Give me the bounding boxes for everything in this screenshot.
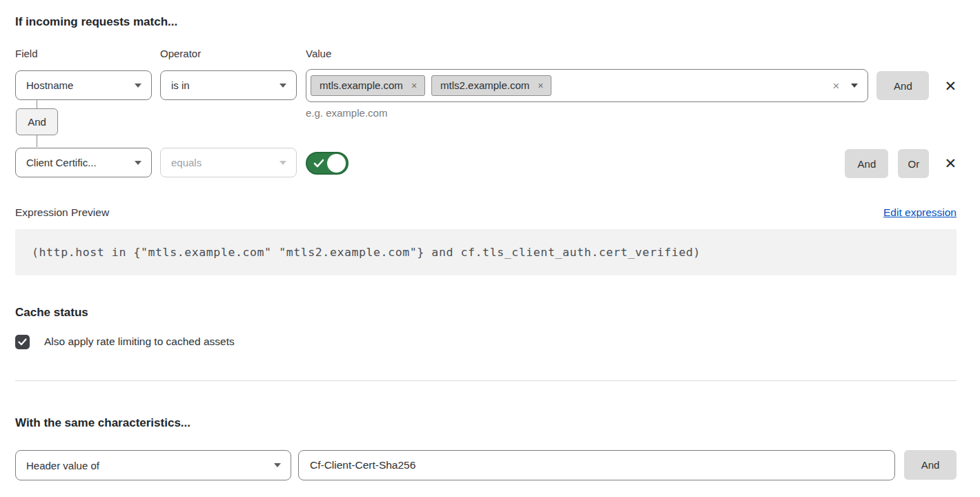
add-or-condition-button-row2[interactable]: Or <box>898 149 929 178</box>
value-multiselect-row1[interactable]: mtls.example.com × mtls2.example.com × × <box>306 69 868 102</box>
connector-and-button[interactable]: And <box>16 108 58 135</box>
operator-column-label: Operator <box>160 48 306 60</box>
cache-checkbox-row: Also apply rate limiting to cached asset… <box>15 334 957 349</box>
expression-preview-label: Expression Preview <box>15 206 109 219</box>
value-tag-text: mtls2.example.com <box>440 79 529 91</box>
cached-assets-checkbox-label: Also apply rate limiting to cached asset… <box>44 335 235 348</box>
matcher-column-labels: Field Operator Value <box>15 48 957 60</box>
value-column-label: Value <box>306 48 957 60</box>
edit-expression-link[interactable]: Edit expression <box>883 206 957 219</box>
delete-row1-icon[interactable]: ✕ <box>944 79 957 93</box>
characteristic-select[interactable]: Header value of <box>15 450 291 480</box>
match-row-2: Client Certific... equals And Or ✕ <box>15 146 957 179</box>
value-tag: mtls.example.com × <box>311 75 425 96</box>
check-icon <box>313 159 324 168</box>
delete-row2-icon[interactable]: ✕ <box>944 156 957 170</box>
add-characteristic-button[interactable]: And <box>904 450 957 480</box>
cert-verified-toggle[interactable] <box>306 152 349 175</box>
tag-remove-icon[interactable]: × <box>538 81 543 90</box>
connector-line-top <box>37 99 37 108</box>
chevron-down-icon[interactable] <box>851 84 858 88</box>
cache-status-title: Cache status <box>15 306 957 320</box>
operator-select-row1-value: is in <box>171 79 190 91</box>
header-name-input[interactable] <box>298 450 895 480</box>
operator-select-row2: equals <box>160 148 297 177</box>
expression-code-block: (http.host in {"mtls.example.com" "mtls2… <box>15 229 957 275</box>
operator-select-row1[interactable]: is in <box>160 70 297 100</box>
add-and-condition-button-row1[interactable]: And <box>876 71 929 100</box>
operator-select-row2-value: equals <box>171 157 202 168</box>
rate-limit-rule-builder: If incoming requests match... Field Oper… <box>0 0 980 497</box>
chevron-down-icon <box>280 84 286 88</box>
cached-assets-checkbox[interactable] <box>15 335 30 349</box>
toggle-knob <box>327 154 346 173</box>
field-select-row1[interactable]: Hostname <box>15 70 152 100</box>
characteristic-select-value: Header value of <box>26 460 99 471</box>
section-divider <box>15 380 957 381</box>
clear-values-icon[interactable]: × <box>832 80 839 92</box>
check-icon <box>18 338 27 346</box>
field-column-label: Field <box>15 48 160 60</box>
field-select-row2-value: Client Certific... <box>26 157 97 168</box>
value-helper-text: e.g. example.com <box>306 107 387 119</box>
value-tag: mtls2.example.com × <box>431 75 551 96</box>
chevron-down-icon <box>274 463 281 467</box>
match-row-1: Hostname is in mtls.example.com × mtls2.… <box>15 69 957 102</box>
chevron-down-icon <box>135 161 141 165</box>
chevron-down-icon <box>135 84 141 88</box>
chevron-down-icon <box>280 161 286 165</box>
characteristics-row: Header value of And <box>15 450 957 480</box>
connector-zone: And e.g. example.com <box>15 102 957 146</box>
tag-remove-icon[interactable]: × <box>411 81 417 90</box>
expression-header: Expression Preview Edit expression <box>15 206 957 220</box>
connector-line-bottom <box>37 135 37 147</box>
field-select-row1-value: Hostname <box>26 79 73 91</box>
matcher-section-title: If incoming requests match... <box>15 0 957 29</box>
characteristics-title: With the same characteristics... <box>15 416 957 430</box>
add-and-condition-button-row2[interactable]: And <box>845 149 888 178</box>
value-tag-text: mtls.example.com <box>320 79 403 91</box>
field-select-row2[interactable]: Client Certific... <box>15 148 152 177</box>
